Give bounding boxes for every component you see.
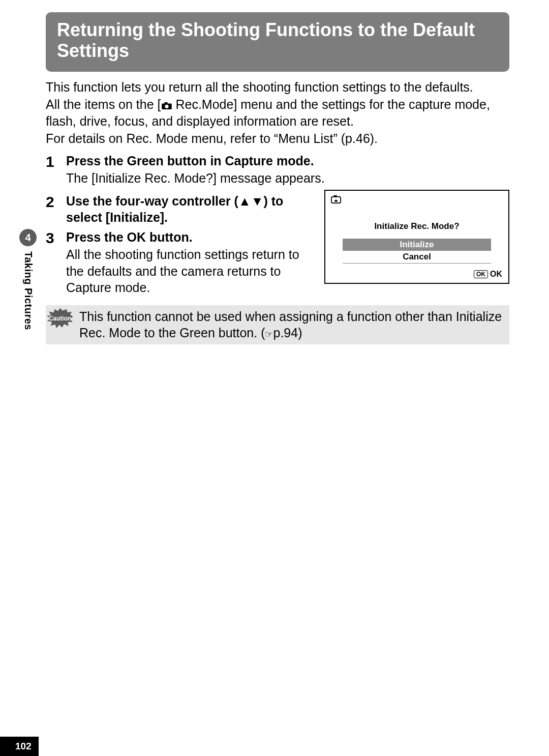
svg-rect-4 (334, 195, 337, 197)
lcd-option-cancel: Cancel (343, 251, 491, 264)
section-title: Returning the Shooting Functions to the … (57, 19, 498, 62)
chapter-label: Taking Pictures (22, 251, 34, 330)
lcd-ok-label: OK (490, 270, 502, 278)
step-number: 2 (46, 193, 66, 211)
intro-paragraph: This function lets you return all the sh… (46, 79, 509, 148)
caution-burst-icon: Caution (47, 308, 73, 329)
step-1: 1 Press the Green button in Capture mode… (46, 153, 509, 187)
svg-rect-1 (164, 102, 167, 104)
page-number: 102 (0, 737, 39, 756)
intro-line2a: All the items on the [ (46, 97, 161, 111)
chapter-number-badge: 4 (19, 229, 37, 246)
step-3: 3 Press the OK button. All the shooting … (46, 229, 315, 296)
lcd-option-initialize: Initialize (343, 239, 491, 251)
step-heading: Press the Green button in Capture mode. (66, 153, 509, 169)
step-subtext: The [Initialize Rec. Mode?] message appe… (66, 170, 509, 187)
step-heading: Press the OK button. (66, 229, 315, 246)
lcd-ok-row: OKOK (325, 267, 508, 283)
steps-list: 1 Press the Green button in Capture mode… (46, 153, 509, 296)
step-number: 1 (46, 153, 66, 171)
step-subtext: All the shooting function settings retur… (66, 246, 315, 296)
step-2: 2 Use the four-way controller (▲▼) to se… (46, 193, 315, 226)
lcd-options: Initialize Cancel (325, 239, 508, 267)
chapter-side-tab: 4 Taking Pictures (19, 229, 37, 330)
green-mode-icon (330, 195, 342, 204)
intro-line1: This function lets you return all the sh… (46, 80, 473, 94)
step-heading: Use the four-way controller (▲▼) to sele… (66, 193, 315, 226)
pointer-icon: ☞ (265, 329, 273, 340)
caution-box: Caution This function cannot be used whe… (46, 305, 509, 344)
camera-icon (161, 102, 172, 110)
caution-text: This function cannot be used when assign… (79, 308, 505, 341)
intro-line3: For details on Rec. Mode menu, refer to … (46, 131, 378, 146)
section-title-bar: Returning the Shooting Functions to the … (46, 12, 509, 72)
lcd-prompt: Initialize Rec. Mode? (325, 212, 508, 239)
step-number: 3 (46, 229, 66, 247)
ok-badge-icon: OK (474, 270, 488, 278)
camera-lcd-preview: Initialize Rec. Mode? Initialize Cancel … (324, 190, 509, 284)
svg-point-2 (165, 104, 168, 108)
